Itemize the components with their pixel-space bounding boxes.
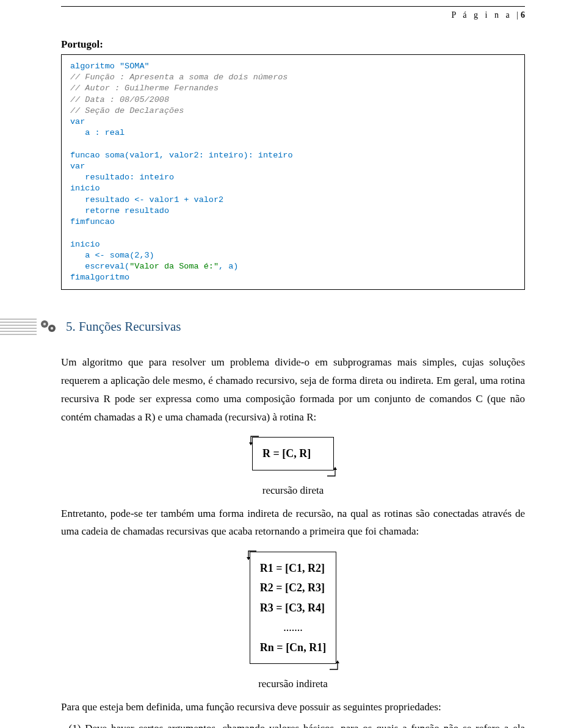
caption-direct: recursão direta (61, 481, 525, 500)
code-line: // Data : 08/05/2008 (70, 95, 169, 104)
formula-direct: R = [C, R] (252, 437, 334, 470)
code-line: resultado: inteiro (70, 173, 174, 182)
code-line: , a) (219, 262, 238, 271)
code-line: algoritmo "SOMA" (70, 62, 150, 71)
formula-line: Rn = [Cn, R1] (260, 638, 326, 657)
code-line: inicio (70, 184, 100, 193)
code-line: inicio (70, 240, 100, 249)
section-title: 5. Funções Recursivas (66, 319, 181, 334)
arrow-up-icon (326, 464, 337, 475)
header-rule (61, 6, 525, 7)
svg-point-3 (51, 327, 53, 330)
code-line: escreval( (70, 262, 129, 271)
code-block: algoritmo "SOMA" // Função : Apresenta a… (61, 54, 525, 290)
paragraph: Para que esteja bem definida, uma função… (61, 698, 525, 716)
code-line: // Seção de Declarações (70, 106, 184, 115)
paragraph: Um algoritmo que para resolver um proble… (61, 353, 525, 426)
page: P á g i n a |6 Portugol: algoritmo "SOMA… (0, 6, 586, 728)
code-line: fimfuncao (70, 217, 115, 226)
svg-point-1 (43, 323, 46, 325)
body-text: Um algoritmo que para resolver um proble… (61, 353, 525, 728)
portugol-label: Portugol: (61, 38, 525, 51)
section-stripe (0, 318, 37, 335)
code-string: "Valor da Soma é:" (129, 262, 219, 271)
code-line: funcao soma(valor1, valor2: inteiro): in… (70, 151, 293, 160)
code-line: // Autor : Guilherme Fernandes (70, 84, 219, 93)
formula-indirect: R1 = [C1, R2] R2 = [C2, R3] R3 = [C3, R4… (250, 552, 336, 664)
gears-icon (39, 318, 57, 335)
code-line: retorne resultado (70, 206, 169, 215)
arrow-down-icon (247, 547, 258, 558)
code-line: // Função : Apresenta a soma de dois núm… (70, 73, 288, 82)
code-line: var (70, 162, 85, 171)
caption-indirect: recursão indireta (61, 675, 525, 693)
paragraph: Entretanto, pode-se ter também uma forma… (61, 505, 525, 541)
content: Portugol: algoritmo "SOMA" // Função : A… (61, 38, 525, 728)
code-line: a <- soma(2,3) (70, 251, 154, 260)
formula-dots: ....... (260, 618, 326, 637)
formula-text: R = [C, R] (262, 447, 311, 460)
formula-line: R1 = [C1, R2] (260, 558, 326, 578)
code-line: resultado <- valor1 + valor2 (70, 195, 223, 204)
list-item: - (1) Deve haver certos argumentos, cham… (61, 719, 525, 728)
section-heading: 5. Funções Recursivas (0, 314, 525, 339)
formula-line: R3 = [C3, R4] (260, 598, 326, 618)
formula-line: R2 = [C2, R3] (260, 578, 326, 597)
page-label: P á g i n a (452, 10, 512, 20)
arrow-up-icon (328, 657, 339, 668)
page-number-value: 6 (521, 10, 525, 20)
code-line: a : real (70, 128, 125, 137)
code-line: fimalgoritmo (70, 273, 129, 282)
code-line: var (70, 117, 85, 126)
arrow-down-icon (249, 433, 260, 444)
page-separator: | (516, 10, 518, 20)
page-number: P á g i n a |6 (0, 10, 525, 20)
